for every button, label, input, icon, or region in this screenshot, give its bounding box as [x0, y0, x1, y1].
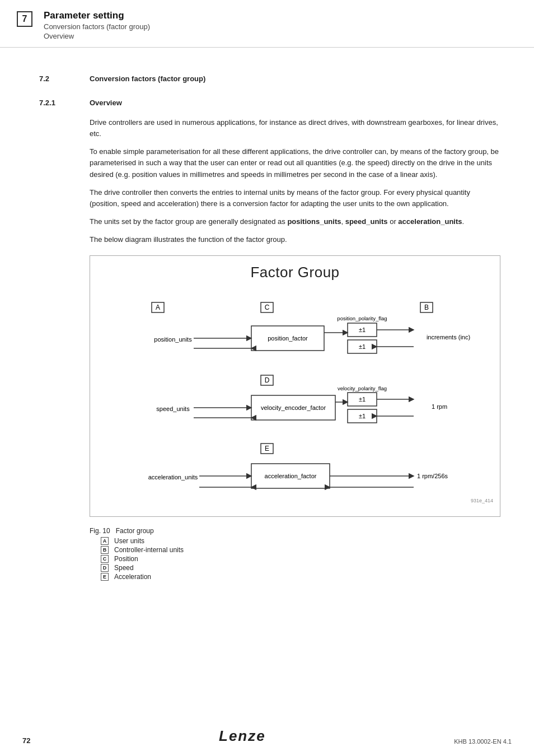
- fig-item-c: C Position: [101, 555, 500, 563]
- fig-item-box-b: B: [101, 546, 109, 554]
- svg-text:speed_units: speed_units: [156, 405, 190, 412]
- svg-text:B: B: [424, 304, 429, 311]
- fig-item-text-d: Speed: [114, 564, 134, 572]
- page-header: 7 Parameter setting Conversion factors (…: [0, 0, 534, 48]
- svg-text:acceleration_factor: acceleration_factor: [265, 473, 317, 479]
- paragraph-3: The drive controller then converts the e…: [90, 187, 500, 209]
- fig-item-box-a: A: [101, 537, 109, 545]
- p4-sep: ,: [341, 217, 345, 226]
- page-title: Parameter setting: [44, 10, 150, 21]
- p4-bold1: positions_units: [287, 217, 341, 226]
- svg-text:position_polarity_flag: position_polarity_flag: [337, 315, 387, 321]
- paragraph-2: To enable simple parameterisation for al…: [90, 146, 500, 180]
- fig-items: A User units B Controller-internal units…: [101, 537, 500, 581]
- footer-ref: KHB 13.0002-EN 4.1: [454, 738, 512, 745]
- fig-item-e: E Acceleration: [101, 573, 500, 581]
- fig-item-box-c: C: [101, 555, 109, 563]
- svg-text:velocity_encoder_factor: velocity_encoder_factor: [261, 404, 326, 411]
- section-72-number: 7.2: [39, 74, 73, 83]
- p4-suffix2: .: [462, 217, 465, 226]
- svg-text:position_factor: position_factor: [268, 335, 308, 342]
- p4-bold3: acceleration_units: [398, 217, 462, 226]
- section-721-number: 7.2.1: [39, 99, 73, 107]
- p4-bold2: speed_units: [345, 217, 388, 226]
- diagram-container: Factor Group A C B position_units positi…: [90, 255, 500, 517]
- fig-item-box-d: D: [101, 564, 109, 572]
- svg-text:±1: ±1: [359, 343, 366, 350]
- fig-item-a: A User units: [101, 537, 500, 545]
- svg-text:increments (inc): increments (inc): [427, 334, 470, 340]
- paragraph-5: The below diagram illustrates the functi…: [90, 234, 500, 245]
- section-721-heading: 7.2.1 Overview: [39, 99, 500, 107]
- fig-item-box-e: E: [101, 573, 109, 581]
- fig-caption-row: Fig. 10 Factor group: [90, 527, 500, 535]
- fig-item-text-c: Position: [114, 555, 138, 563]
- fig-item-text-b: Controller-internal units: [114, 546, 184, 554]
- p4-prefix: The units set by the factor group are ge…: [90, 217, 287, 226]
- svg-text:E: E: [265, 445, 269, 452]
- fig-item-b: B Controller-internal units: [101, 546, 500, 554]
- icon-number: 7: [22, 14, 27, 24]
- breadcrumb-2: Overview: [44, 32, 150, 40]
- header-text: Parameter setting Conversion factors (fa…: [44, 10, 150, 40]
- footer-logo: Lenze: [219, 727, 266, 745]
- svg-text:1 rpm/256s: 1 rpm/256s: [417, 473, 448, 479]
- svg-text:velocity_polarity_flag: velocity_polarity_flag: [338, 385, 387, 391]
- fig-caption: Fig. 10 Factor group A User units B Cont…: [90, 527, 500, 581]
- footer-page-number: 72: [22, 736, 30, 745]
- breadcrumb-1: Conversion factors (factor group): [44, 22, 150, 31]
- factor-group-diagram: A C B position_units position_factor ±1 …: [101, 292, 504, 505]
- section-721-title: Overview: [90, 99, 122, 107]
- fig-title: Factor group: [116, 527, 154, 535]
- section-72-title: Conversion factors (factor group): [90, 74, 205, 83]
- svg-text:A: A: [156, 304, 160, 311]
- section-72-heading: 7.2 Conversion factors (factor group): [39, 74, 500, 83]
- svg-text:1 rpm: 1 rpm: [432, 403, 447, 410]
- svg-text:acceleration_units: acceleration_units: [148, 474, 198, 480]
- svg-text:±1: ±1: [359, 326, 366, 333]
- p4-suffix1: or: [388, 217, 399, 226]
- svg-text:±1: ±1: [359, 413, 366, 419]
- fig-label: Fig. 10: [90, 527, 110, 535]
- paragraph-4: The units set by the factor group are ge…: [90, 216, 500, 227]
- svg-text:±1: ±1: [359, 396, 366, 403]
- fig-item-text-e: Acceleration: [114, 573, 151, 581]
- svg-text:D: D: [265, 376, 270, 384]
- diagram-title: Factor Group: [101, 264, 489, 281]
- page-footer: 72 Lenze KHB 13.0002-EN 4.1: [0, 727, 534, 745]
- section-icon: 7: [17, 11, 32, 27]
- fig-item-d: D Speed: [101, 564, 500, 572]
- svg-text:position_units: position_units: [154, 336, 192, 343]
- fig-item-text-a: User units: [114, 537, 144, 545]
- svg-text:C: C: [265, 304, 270, 311]
- main-content: 7.2 Conversion factors (factor group) 7.…: [0, 48, 534, 604]
- svg-text:931e_414: 931e_414: [471, 498, 493, 503]
- paragraph-1: Drive controllers are used in numerous a…: [90, 117, 500, 139]
